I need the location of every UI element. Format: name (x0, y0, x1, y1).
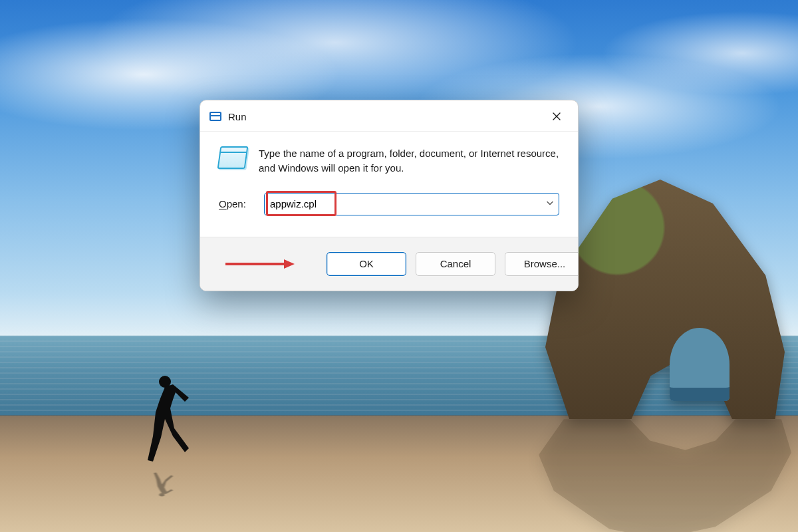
annotation-arrow-icon (223, 257, 296, 271)
run-dialog-icon (217, 146, 249, 169)
run-description: Type the name of a program, folder, docu… (259, 146, 559, 176)
ok-button[interactable]: OK (327, 252, 406, 276)
open-combobox[interactable] (264, 193, 559, 215)
close-icon (553, 112, 561, 120)
run-dialog: Run Type the name of a program, folder, … (200, 100, 579, 291)
dialog-footer: OK Cancel Browse... (200, 237, 578, 291)
wallpaper-runner (133, 372, 193, 472)
open-input[interactable] (264, 193, 559, 215)
run-titlebar-icon (209, 112, 221, 121)
browse-button[interactable]: Browse... (505, 252, 579, 276)
open-label: Open: (219, 198, 255, 209)
titlebar[interactable]: Run (200, 100, 578, 132)
svg-marker-3 (284, 259, 295, 269)
close-button[interactable] (545, 107, 569, 126)
wallpaper-rock (545, 180, 785, 419)
window-title: Run (228, 111, 247, 122)
cancel-button[interactable]: Cancel (416, 252, 495, 276)
